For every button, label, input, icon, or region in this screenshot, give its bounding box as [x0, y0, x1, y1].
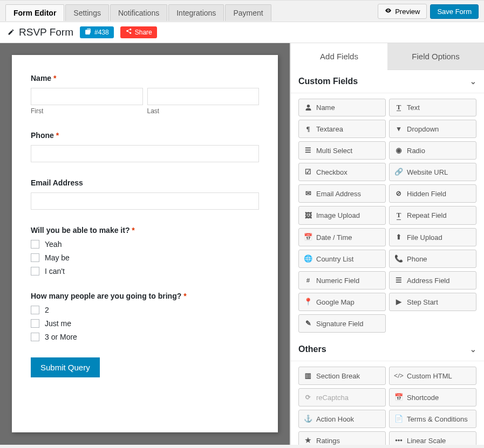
tab-notifications[interactable]: Notifications: [110, 4, 167, 21]
share-badge[interactable]: Share: [120, 26, 157, 38]
form-header: RSVP Form #438 Share: [0, 22, 484, 43]
radio-icon: ◉: [395, 146, 403, 155]
check-icon: ☑: [304, 168, 312, 176]
last-sublabel: Last: [147, 107, 260, 115]
field-type-website-url[interactable]: 🔗Website URL: [389, 163, 476, 181]
field-type-label: reCaptcha: [316, 394, 349, 402]
field-type-repeat-field[interactable]: TRepeat Field: [389, 206, 476, 225]
share-text: Share: [135, 29, 152, 36]
field-type-label: Shortcode: [407, 394, 439, 402]
save-form-button[interactable]: Save Form: [430, 4, 479, 19]
hidden-icon: ⊘: [395, 189, 403, 198]
option-label: 3 or More: [45, 333, 77, 341]
option-item[interactable]: 3 or More: [31, 333, 259, 341]
form-title-wrap: RSVP Form: [8, 26, 73, 38]
field-type-label: Date / Time: [316, 233, 352, 242]
link-icon: 🔗: [395, 168, 403, 176]
first-name-input[interactable]: [31, 88, 143, 105]
email-field[interactable]: Email Address: [31, 178, 259, 210]
editor-tabs: Form EditorSettingsNotificationsIntegrat…: [5, 4, 271, 21]
required-mark: *: [56, 131, 59, 140]
phone-field[interactable]: Phone *: [31, 131, 259, 162]
attend-label: Will you be able to make it? *: [31, 226, 259, 235]
field-type-phone[interactable]: 📞Phone: [389, 250, 476, 268]
field-type-section-break[interactable]: ▥Section Break: [298, 367, 386, 385]
field-type-label: Step Start: [407, 298, 438, 306]
hash-icon: #: [304, 276, 312, 285]
field-type-label: Signature Field: [316, 320, 363, 328]
form-id-badge[interactable]: #438: [80, 26, 114, 38]
tab-settings[interactable]: Settings: [65, 4, 109, 21]
field-type-name[interactable]: Name: [298, 99, 386, 116]
add-fields-tab[interactable]: Add Fields: [291, 43, 387, 70]
eye-icon: [385, 7, 392, 16]
field-type-terms-conditions[interactable]: 📄Terms & Conditions: [389, 410, 476, 428]
option-label: Yeah: [45, 240, 62, 249]
cal-icon: 📅: [304, 233, 312, 242]
field-type-textarea[interactable]: ¶Textarea: [298, 120, 386, 138]
field-type-address-field[interactable]: ☰Address Field: [389, 271, 476, 290]
checkbox-icon: [31, 319, 39, 328]
field-options-tab[interactable]: Field Options: [387, 43, 484, 70]
option-item[interactable]: I can't: [31, 267, 259, 275]
field-type-dropdown[interactable]: ▾Dropdown: [389, 120, 476, 138]
last-name-input[interactable]: [147, 88, 260, 105]
field-type-linear-scale[interactable]: •••Linear Scale: [389, 431, 476, 445]
option-label: May be: [45, 253, 70, 262]
tab-integrations[interactable]: Integrations: [168, 4, 224, 21]
submit-button[interactable]: Submit Query: [31, 357, 100, 377]
field-type-hidden-field[interactable]: ⊘Hidden Field: [389, 184, 476, 203]
field-type-label: Ratings: [316, 437, 340, 445]
field-type-label: Custom HTML: [407, 372, 452, 380]
field-type-action-hook[interactable]: ⚓Action Hook: [298, 410, 386, 428]
option-item[interactable]: 2: [31, 306, 259, 314]
field-type-label: Checkbox: [316, 168, 347, 176]
name-field[interactable]: Name * First Last: [31, 74, 259, 115]
field-type-text[interactable]: TText: [389, 99, 476, 116]
top-toolbar: Form EditorSettingsNotificationsIntegrat…: [0, 0, 484, 22]
fields-scroll[interactable]: Custom Fields ⌄ NameTText¶Textarea▾Dropd…: [291, 70, 484, 445]
copy-icon: [85, 28, 92, 37]
field-type-image-upload[interactable]: 🖼Image Upload: [298, 206, 386, 225]
action-buttons: Preview Save Form: [378, 4, 479, 22]
field-type-google-map[interactable]: 📍Google Map: [298, 293, 386, 311]
phone-input[interactable]: [31, 145, 259, 162]
field-type-country-list[interactable]: 🌐Country List: [298, 250, 386, 268]
others-header[interactable]: Others ⌄: [291, 338, 484, 361]
field-type-numeric-field[interactable]: #Numeric Field: [298, 271, 386, 290]
people-label: How many people are you going to bring? …: [31, 292, 259, 300]
checkbox-icon: [31, 240, 39, 249]
field-type-email-address[interactable]: ✉Email Address: [298, 184, 386, 203]
tab-form-editor[interactable]: Form Editor: [5, 4, 64, 21]
preview-button[interactable]: Preview: [378, 4, 427, 19]
image-icon: 🖼: [304, 211, 312, 220]
upload-icon: ⬆: [395, 233, 403, 242]
field-type-date-time[interactable]: 📅Date / Time: [298, 228, 386, 246]
option-item[interactable]: May be: [31, 253, 259, 262]
option-label: I can't: [45, 267, 65, 275]
attend-field[interactable]: Will you be able to make it? * YeahMay b…: [31, 226, 259, 275]
custom-fields-header[interactable]: Custom Fields ⌄: [291, 70, 484, 93]
field-type-multi-select[interactable]: ☰Multi Select: [298, 141, 386, 160]
field-type-signature-field[interactable]: ✎Signature Field: [298, 314, 386, 333]
email-label: Email Address: [31, 178, 259, 187]
people-field[interactable]: How many people are you going to bring? …: [31, 292, 259, 341]
checkbox-icon: [31, 253, 39, 262]
option-item[interactable]: Yeah: [31, 240, 259, 249]
field-type-custom-html[interactable]: </>Custom HTML: [389, 367, 476, 385]
chevron-down-icon: ⌄: [470, 77, 476, 86]
canvas-scroll[interactable]: Name * First Last: [0, 43, 290, 445]
field-type-label: Action Hook: [316, 415, 354, 423]
field-type-ratings[interactable]: ★Ratings: [298, 431, 386, 445]
field-type-step-start[interactable]: ▶Step Start: [389, 293, 476, 311]
field-type-label: Country List: [316, 255, 353, 263]
field-type-label: Radio: [407, 147, 425, 155]
field-type-file-upload[interactable]: ⬆File Upload: [389, 228, 476, 246]
field-type-shortcode[interactable]: 📅Shortcode: [389, 388, 476, 406]
email-input[interactable]: [31, 192, 259, 210]
tab-payment[interactable]: Payment: [225, 4, 271, 21]
dropdown-icon: ▾: [395, 125, 403, 133]
field-type-checkbox[interactable]: ☑Checkbox: [298, 163, 386, 181]
option-item[interactable]: Just me: [31, 319, 259, 328]
field-type-radio[interactable]: ◉Radio: [389, 141, 476, 160]
